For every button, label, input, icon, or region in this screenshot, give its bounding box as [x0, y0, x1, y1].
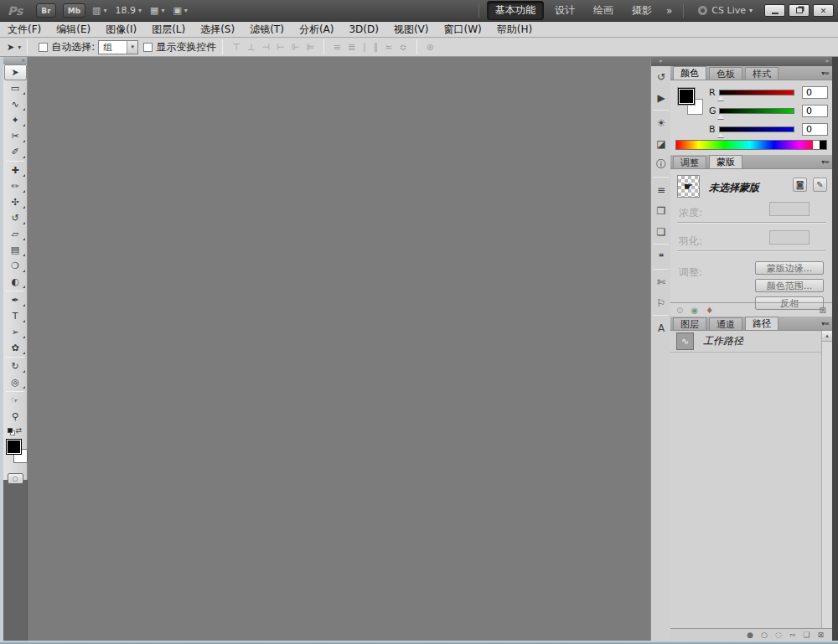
layer-comps-panel-icon[interactable]: ❏ [651, 221, 671, 242]
add-pixel-mask-button[interactable]: ◙ [793, 178, 807, 192]
quick-selection-tool[interactable]: ✦ [4, 112, 27, 128]
distribute-middle-icon[interactable]: ≣ [348, 42, 355, 53]
menu-file[interactable]: 文件(F) [0, 23, 49, 37]
slider-thumb[interactable] [717, 130, 724, 137]
default-colors-icon[interactable] [8, 428, 15, 435]
tab-channels[interactable]: 通道 [709, 317, 742, 330]
fill-path-icon[interactable]: ● [747, 631, 753, 639]
arrange-documents-button[interactable]: ▦ ▾ [150, 5, 164, 16]
stroke-path-icon[interactable]: ○ [761, 631, 768, 639]
color-range-button[interactable]: 颜色范围... [755, 279, 824, 292]
workspace-photography[interactable]: 摄影 [624, 2, 660, 19]
align-center-h-icon[interactable]: ⊩ [292, 42, 300, 53]
align-center-v-icon[interactable]: ⊫ [306, 42, 314, 53]
tab-masks[interactable]: 蒙版 [709, 155, 742, 168]
adjustments-panel-icon[interactable]: ☀ [651, 112, 671, 133]
menu-window[interactable]: 窗口(W) [437, 23, 489, 37]
align-top-icon[interactable]: ⊤ [232, 42, 241, 53]
feather-input[interactable] [769, 230, 810, 245]
red-slider[interactable] [719, 90, 794, 95]
path-selection-tool[interactable]: ➢ [4, 324, 27, 340]
actions-panel-icon[interactable]: ▶ [651, 87, 671, 108]
3d-orbit-tool[interactable]: ◎ [4, 374, 27, 390]
cs-live-button[interactable]: CS Live ▾ [698, 5, 753, 16]
document-canvas[interactable] [28, 57, 650, 641]
info-panel-icon[interactable]: ⓘ [651, 154, 671, 175]
workspace-design[interactable]: 设计 [547, 2, 582, 19]
default-colors-control[interactable]: ⇄ [7, 426, 23, 438]
align-right-icon[interactable]: ⊢ [277, 42, 285, 53]
history-panel-icon[interactable]: ↺ [651, 66, 671, 87]
menu-filter[interactable]: 滤镜(T) [242, 23, 292, 37]
slider-thumb[interactable] [717, 111, 724, 119]
history-brush-tool[interactable]: ↺ [4, 210, 27, 226]
image-panel-icon[interactable]: ◪ [651, 133, 671, 154]
red-value-input[interactable]: 0 [802, 86, 828, 99]
close-button[interactable]: ✕ [813, 4, 834, 17]
move-tool-preset[interactable]: ➤ ▾ [7, 42, 21, 53]
restore-button[interactable] [789, 4, 810, 17]
clone-source-panel-icon[interactable]: ❐ [651, 200, 671, 221]
workspace-painting[interactable]: 绘画 [586, 2, 621, 19]
slider-thumb[interactable] [717, 93, 724, 100]
delete-mask-icon[interactable]: ⊠ [820, 306, 826, 315]
menu-3d[interactable]: 3D(D) [341, 23, 385, 35]
panel-menu-icon[interactable]: ▾≡ [821, 70, 829, 77]
bridge-button[interactable]: Br [36, 3, 55, 18]
character-panel-icon[interactable]: A [651, 317, 671, 338]
view-extras-button[interactable]: ▥ ▾ [92, 5, 106, 16]
density-input[interactable] [769, 202, 810, 216]
distribute-bottom-icon[interactable]: ∣ [362, 42, 367, 53]
distribute-top-icon[interactable]: ≡ [334, 42, 341, 53]
menu-layer[interactable]: 图层(L) [144, 23, 193, 37]
menu-view[interactable]: 视图(V) [386, 23, 437, 37]
enable-disable-mask-icon[interactable]: ◉ [691, 306, 698, 315]
new-path-icon[interactable]: ❏ [803, 631, 810, 639]
green-value-input[interactable]: 0 [802, 105, 828, 117]
distribute-center-icon[interactable]: ≍ [385, 42, 392, 53]
menu-image[interactable]: 图像(I) [98, 23, 144, 37]
auto-align-layers-icon[interactable]: ⊛ [427, 42, 434, 53]
load-selection-from-mask-icon[interactable]: ⊙ [676, 306, 683, 315]
color-spectrum-ramp[interactable] [675, 140, 827, 150]
minimize-button[interactable] [764, 4, 785, 17]
menu-edit[interactable]: 编辑(E) [49, 23, 98, 37]
load-path-as-selection-icon[interactable]: ◌ [775, 631, 782, 639]
tab-color[interactable]: 颜色 [673, 66, 706, 80]
feather-slider[interactable] [677, 250, 825, 252]
scroll-up-button[interactable]: ▴ [822, 331, 832, 342]
tools-panel-collapse-bar[interactable]: » [3, 57, 27, 64]
foreground-color-swatch[interactable] [6, 439, 22, 455]
density-slider[interactable] [677, 222, 825, 224]
add-vector-mask-button[interactable]: ✎ [813, 178, 827, 192]
blur-tool[interactable]: ❍ [4, 258, 27, 274]
clone-stamp-tool[interactable]: ✣ [4, 194, 27, 210]
move-tool[interactable]: ➤ [4, 64, 27, 80]
marquee-tool[interactable]: ▭ [4, 80, 27, 96]
foreground-color-swatch[interactable] [678, 88, 695, 105]
distribute-left-icon[interactable]: ∥ [374, 42, 379, 53]
tab-paths[interactable]: 路径 [745, 317, 779, 330]
menu-analysis[interactable]: 分析(A) [292, 23, 342, 37]
workspace-overflow-button[interactable]: » [666, 5, 672, 17]
gradient-tool[interactable]: ▤ [4, 242, 27, 258]
crop-tool[interactable]: ✂ [4, 128, 27, 144]
delete-path-icon[interactable]: ⊠ [817, 631, 824, 639]
pen-tool[interactable]: ✒ [4, 292, 27, 308]
apply-mask-icon[interactable]: ♦ [706, 306, 713, 315]
custom-shape-tool[interactable]: ✿ [4, 340, 27, 356]
tab-swatches[interactable]: 色板 [709, 67, 742, 80]
eraser-tool[interactable]: ▱ [4, 226, 27, 242]
panel-menu-icon[interactable]: ▾≡ [821, 158, 829, 166]
3d-rotate-tool[interactable]: ↻ [4, 358, 27, 374]
work-path-row[interactable]: ∿ 工作路径 [670, 331, 832, 353]
screen-mode-button[interactable]: ▣ ▾ [173, 5, 187, 16]
notes-panel-icon[interactable]: ❝ [651, 246, 671, 267]
distribute-right-icon[interactable]: ≎ [400, 42, 407, 53]
tab-styles[interactable]: 样式 [745, 67, 779, 80]
zoom-tool[interactable]: ⚲ [4, 409, 27, 425]
show-transform-checkbox[interactable] [143, 43, 153, 52]
brush-presets-panel-icon[interactable]: ≡ [651, 179, 671, 200]
align-left-icon[interactable]: ⊣ [261, 42, 270, 53]
measurement-log-panel-icon[interactable]: ✄ [651, 271, 671, 292]
